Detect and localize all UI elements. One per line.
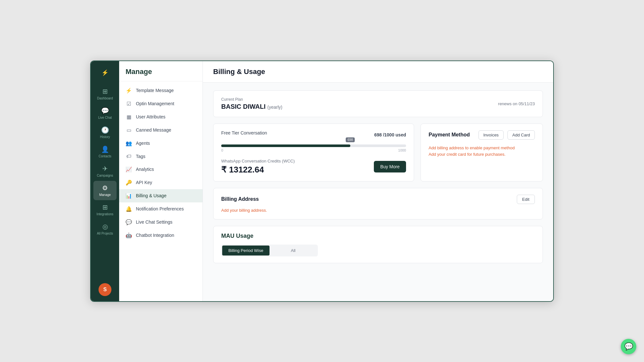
sidebar-item-user-attributes[interactable]: ▦ User Attributes: [119, 110, 203, 124]
billing-add-text: Add your billing address.: [221, 208, 535, 213]
sidebar-label-tags: Tags: [136, 154, 146, 159]
sidebar-icon-api-key: 🔑: [126, 180, 132, 186]
nav-label-manage: Manage: [99, 193, 111, 197]
mau-tab-group: Billing Period WiseAll: [221, 245, 318, 256]
nav-label-dashboard: Dashboard: [97, 97, 113, 100]
nav-label-campaigns: Campaigns: [97, 174, 113, 177]
nav-icon-history: 🕐: [101, 126, 109, 134]
sidebar-menu: ⚡ Template Message ☑ Optin Management ▦ …: [119, 81, 203, 301]
nav-item-manage[interactable]: ⚙ Manage: [93, 181, 117, 200]
sidebar-icon-chatbot-integration: 🤖: [126, 232, 132, 238]
app-window: ⚡ ⊞ Dashboard 💬 Live Chat 🕐 History 👤 Co…: [90, 60, 554, 302]
sidebar-icon-canned-message: ▭: [126, 127, 132, 133]
sidebar-item-canned-message[interactable]: ▭ Canned Message: [119, 124, 203, 137]
sidebar-label-canned-message: Canned Message: [136, 127, 171, 133]
sidebar-item-billing-usage[interactable]: 📊 Billing & Usage: [119, 189, 203, 202]
main-content: Billing & Usage Current Plan BASIC DIWAL…: [203, 61, 553, 301]
free-tier-count: 698 /1000 used: [374, 132, 406, 137]
nav-label-all-projects: All Projects: [97, 232, 113, 235]
two-col-row: Free Tier Conversation 698 /1000 used 69…: [213, 124, 543, 181]
user-avatar[interactable]: S: [99, 283, 111, 296]
sidebar: Manage ⚡ Template Message ☑ Optin Manage…: [119, 61, 203, 301]
sidebar-label-notification-preferences: Notification Preferences: [136, 206, 184, 211]
add-card-button[interactable]: Add Card: [507, 130, 535, 140]
sidebar-item-live-chat-settings[interactable]: 💬 Live Chat Settings: [119, 216, 203, 229]
edit-button[interactable]: Edit: [517, 195, 535, 204]
sidebar-item-optin-management[interactable]: ☑ Optin Management: [119, 97, 203, 110]
billing-title: Billing Address: [221, 196, 259, 202]
nav-icon-live-chat: 💬: [101, 107, 109, 115]
sidebar-icon-user-attributes: ▦: [126, 114, 132, 120]
sidebar-label-user-attributes: User Attributes: [136, 114, 166, 119]
nav-icon-integrations: ⊞: [102, 203, 108, 211]
wcc-label: WhatsApp Conversation Credits (WCC): [221, 159, 295, 163]
plan-period: (yearly): [267, 105, 282, 110]
sidebar-icon-billing-usage: 📊: [126, 193, 132, 199]
invoices-button[interactable]: Invoices: [478, 130, 504, 140]
tab-all[interactable]: All: [270, 246, 317, 255]
billing-address-card: Billing Address Edit Add your billing ad…: [213, 188, 543, 219]
sidebar-icon-optin-management: ☑: [126, 101, 132, 107]
sidebar-label-analytics: Analytics: [136, 167, 154, 172]
nav-item-campaigns[interactable]: ✈ Campaigns: [93, 162, 117, 181]
sidebar-item-notification-preferences[interactable]: 🔔 Notification Preferences: [119, 202, 203, 216]
nav-label-history: History: [100, 135, 110, 139]
payment-method-card: Payment Method Invoices Add Card Add bil…: [421, 124, 543, 181]
progress-track: [221, 144, 406, 147]
nav-icon-manage: ⚙: [102, 184, 108, 192]
chat-bubble[interactable]: 💬: [621, 339, 636, 354]
sidebar-item-agents[interactable]: 👥 Agents: [119, 137, 203, 150]
nav-item-contacts[interactable]: 👤 Contacts: [93, 142, 117, 162]
mau-usage-card: MAU Usage Billing Period WiseAll: [213, 226, 543, 263]
nav-label-contacts: Contacts: [99, 154, 111, 158]
progress-fill: [221, 144, 350, 147]
payment-info: Add billing address to enable payment me…: [429, 145, 535, 158]
mau-title: MAU Usage: [221, 233, 535, 239]
nav-item-integrations[interactable]: ⊞ Integrations: [93, 200, 117, 219]
sidebar-icon-agents: 👥: [126, 140, 132, 146]
wcc-amount: ₹ 13122.64: [221, 165, 295, 175]
nav-icon-contacts: 👤: [101, 145, 109, 153]
billing-header: Billing Address Edit: [221, 195, 535, 204]
sidebar-icon-analytics: 📈: [126, 166, 132, 172]
sidebar-header: Manage: [119, 61, 203, 81]
nav-icon-all-projects: ◎: [102, 223, 108, 230]
svg-text:⚡: ⚡: [101, 69, 109, 76]
sidebar-label-chatbot-integration: Chatbot Integration: [136, 233, 174, 238]
progress-labels: 0 1000: [221, 148, 406, 152]
sidebar-item-template-message[interactable]: ⚡ Template Message: [119, 84, 203, 97]
free-tier-label: Free Tier Conversation: [221, 130, 267, 135]
app-logo: ⚡: [99, 66, 111, 79]
sidebar-icon-template-message: ⚡: [126, 88, 132, 94]
nav-item-dashboard[interactable]: ⊞ Dashboard: [93, 84, 117, 104]
main-header: Billing & Usage: [203, 61, 553, 83]
wcc-info: WhatsApp Conversation Credits (WCC) ₹ 13…: [221, 159, 295, 175]
sidebar-label-api-key: API Key: [136, 180, 152, 185]
nav-icon-campaigns: ✈: [102, 165, 108, 172]
page-title: Billing & Usage: [213, 68, 543, 76]
sidebar-label-billing-usage: Billing & Usage: [136, 193, 166, 198]
progress-container: 698 0 1000: [221, 144, 406, 152]
nav-label-integrations: Integrations: [97, 212, 113, 216]
buy-more-button[interactable]: Buy More: [374, 161, 406, 172]
sidebar-icon-tags: 🏷: [126, 153, 132, 159]
sidebar-label-template-message: Template Message: [136, 88, 174, 93]
sidebar-icon-live-chat-settings: 💬: [126, 219, 132, 225]
icon-nav: ⚡ ⊞ Dashboard 💬 Live Chat 🕐 History 👤 Co…: [91, 61, 119, 301]
sidebar-icon-notification-preferences: 🔔: [126, 206, 132, 212]
sidebar-item-tags[interactable]: 🏷 Tags: [119, 150, 203, 163]
nav-icon-dashboard: ⊞: [102, 88, 108, 95]
current-plan-card: Current Plan BASIC DIWALI (yearly) renew…: [213, 90, 543, 117]
plan-name: BASIC DIWALI (yearly): [221, 103, 282, 110]
sidebar-label-optin-management: Optin Management: [136, 101, 174, 106]
sidebar-item-chatbot-integration[interactable]: 🤖 Chatbot Integration: [119, 229, 203, 242]
sidebar-item-analytics[interactable]: 📈 Analytics: [119, 163, 203, 176]
nav-item-live-chat[interactable]: 💬 Live Chat: [93, 104, 117, 123]
nav-item-history[interactable]: 🕐 History: [93, 123, 117, 142]
col-left: Free Tier Conversation 698 /1000 used 69…: [213, 124, 414, 181]
payment-title: Payment Method: [429, 132, 470, 138]
nav-label-live-chat: Live Chat: [98, 116, 112, 119]
tab-billing-period-wise[interactable]: Billing Period Wise: [222, 246, 270, 255]
nav-item-all-projects[interactable]: ◎ All Projects: [93, 219, 117, 239]
sidebar-item-api-key[interactable]: 🔑 API Key: [119, 176, 203, 189]
